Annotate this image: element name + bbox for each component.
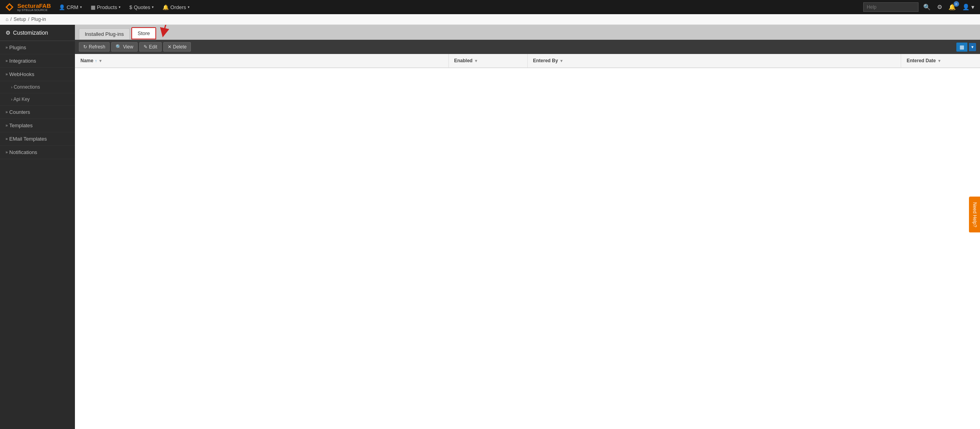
main-content: Installed Plug-ins Store ↻ Refresh: [75, 25, 980, 429]
eye-icon: 🔍: [116, 44, 121, 50]
user-icon: 👤: [59, 4, 65, 10]
data-table: Name ↑ ▼ Enabled ▼ Entered By ▼ Entered …: [75, 54, 980, 429]
chevron-icon: ›: [11, 97, 12, 102]
notification-badge: 0: [954, 1, 959, 7]
dollar-icon: $: [129, 4, 132, 10]
breadcrumb-current: Plug-in: [31, 17, 46, 22]
notifications-icon[interactable]: 🔔 0: [947, 4, 958, 11]
pencil-icon: ✎: [144, 44, 147, 50]
filter-icon[interactable]: ▼: [474, 59, 478, 63]
user-menu-icon[interactable]: 👤 ▾: [961, 4, 976, 11]
grid-icon: ▦: [91, 4, 95, 10]
grid-view-button[interactable]: ▦: [956, 43, 967, 52]
sidebar-item-integrations[interactable]: » Integrations: [0, 54, 75, 68]
search-icon[interactable]: 🔍: [922, 4, 932, 11]
grid-view-dropdown[interactable]: ▾: [969, 43, 976, 51]
edit-button[interactable]: ✎ Edit: [139, 42, 162, 52]
table-header: Name ↑ ▼ Enabled ▼ Entered By ▼ Entered …: [75, 54, 980, 68]
help-search[interactable]: [863, 2, 918, 12]
chevron-icon: »: [6, 123, 8, 128]
main-layout: ⚙ Customization » Plugins » Integrations…: [0, 25, 980, 429]
chevron-icon: ›: [11, 85, 12, 89]
nav-crm[interactable]: 👤 CRM ▾: [55, 0, 86, 14]
nav-orders[interactable]: 🔔 Orders ▾: [159, 0, 194, 14]
brand-logo[interactable]: SecturaFAB by STELLA SOURCE: [4, 2, 51, 13]
home-icon[interactable]: ⌂: [6, 17, 8, 22]
nav-products[interactable]: ▦ Products ▾: [87, 0, 125, 14]
col-entered-date[interactable]: Entered Date ▼: [901, 54, 980, 67]
view-button[interactable]: 🔍 View: [111, 42, 138, 52]
filter-icon[interactable]: ▼: [937, 59, 941, 63]
gear-icon: ⚙: [6, 30, 11, 36]
sidebar-item-apikey[interactable]: › Api Key: [0, 93, 75, 106]
delete-button[interactable]: ✕ Delete: [163, 42, 191, 52]
x-icon: ✕: [168, 44, 172, 50]
filter-icon[interactable]: ▼: [99, 59, 103, 63]
dropdown-arrow-icon: ▾: [971, 45, 974, 49]
caret-icon: ▾: [188, 5, 190, 9]
breadcrumb-setup[interactable]: Setup: [14, 17, 26, 22]
need-help-button[interactable]: Need Help?: [969, 197, 980, 232]
sort-asc-icon: ↑: [95, 59, 97, 63]
refresh-button[interactable]: ↻ Refresh: [79, 42, 110, 52]
sidebar: ⚙ Customization » Plugins » Integrations…: [0, 25, 75, 429]
tabs-bar: Installed Plug-ins Store: [75, 25, 980, 40]
tab-store[interactable]: Store: [131, 27, 156, 39]
nav-quotes[interactable]: $ Quotes ▾: [125, 0, 158, 14]
chevron-icon: »: [6, 137, 8, 141]
sidebar-item-email-templates[interactable]: » EMail Templates: [0, 132, 75, 146]
toolbar: ↻ Refresh 🔍 View ✎ Edit ✕ Delete ▦ ▾: [75, 40, 980, 54]
sidebar-item-plugins[interactable]: » Plugins: [0, 41, 75, 54]
chevron-icon: »: [6, 150, 8, 154]
filter-icon[interactable]: ▼: [560, 59, 564, 63]
chevron-icon: »: [6, 72, 8, 76]
bell-icon: 🔔: [162, 4, 169, 10]
nav-menu: 👤 CRM ▾ ▦ Products ▾ $ Quotes ▾ 🔔 Orders…: [55, 0, 863, 14]
brand-sub: by STELLA SOURCE: [17, 9, 51, 12]
chevron-icon: »: [6, 45, 8, 50]
sidebar-item-notifications[interactable]: » Notifications: [0, 146, 75, 159]
chevron-icon: »: [6, 110, 8, 114]
col-name[interactable]: Name ↑ ▼: [75, 54, 449, 67]
sidebar-item-counters[interactable]: » Counters: [0, 106, 75, 119]
grid-icon: ▦: [959, 44, 964, 50]
brand-name: SecturaFAB: [17, 3, 51, 9]
refresh-icon: ↻: [83, 44, 87, 50]
chevron-icon: »: [6, 59, 8, 63]
col-entered-by[interactable]: Entered By ▼: [528, 54, 902, 67]
breadcrumb: ⌂ / Setup / Plug-in: [0, 14, 980, 25]
sidebar-item-webhooks[interactable]: » WebHooks: [0, 68, 75, 81]
sidebar-header: ⚙ Customization: [0, 25, 75, 41]
caret-icon: ▾: [152, 5, 154, 9]
sidebar-item-connections[interactable]: › Connections: [0, 81, 75, 93]
nav-right: 🔍 ⚙ 🔔 0 👤 ▾: [863, 2, 976, 12]
settings-icon[interactable]: ⚙: [935, 4, 944, 11]
sidebar-item-templates[interactable]: » Templates: [0, 119, 75, 132]
col-enabled[interactable]: Enabled ▼: [449, 54, 528, 67]
top-navbar: SecturaFAB by STELLA SOURCE 👤 CRM ▾ ▦ Pr…: [0, 0, 980, 14]
table-body: [75, 68, 980, 226]
caret-icon: ▾: [119, 5, 121, 9]
tabs-wrapper: Installed Plug-ins Store: [75, 25, 980, 40]
tab-installed-plugins[interactable]: Installed Plug-ins: [79, 28, 130, 39]
caret-icon: ▾: [80, 5, 82, 9]
